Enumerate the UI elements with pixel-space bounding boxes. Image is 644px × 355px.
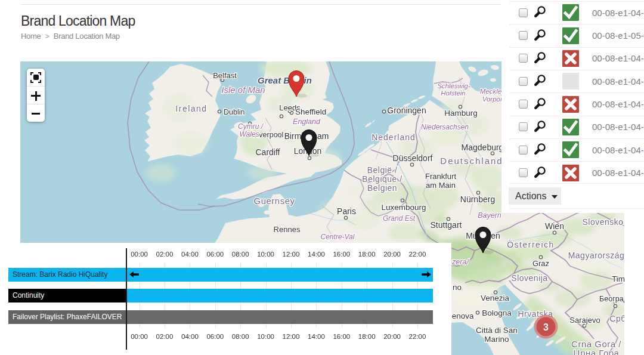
svg-text:Ireland: Ireland xyxy=(175,104,207,113)
svg-text:3: 3 xyxy=(543,322,549,332)
svg-text:Holstein: Holstein xyxy=(441,89,466,97)
svg-text:Magdeburg: Magdeburg xyxy=(462,143,504,152)
svg-text:am Main: am Main xyxy=(426,181,456,190)
svg-text:Centre-Val: Centre-Val xyxy=(321,233,355,241)
svg-text:Frankfurt: Frankfurt xyxy=(425,172,456,181)
svg-text:Österreich: Österreich xyxy=(507,239,555,249)
svg-text:Belgique /: Belgique / xyxy=(362,174,402,184)
svg-text:Belfast: Belfast xyxy=(213,71,237,80)
svg-text:Срб: Срб xyxy=(609,314,626,323)
svg-text:Nederland: Nederland xyxy=(371,132,416,142)
svg-text:zera/: zera/ xyxy=(451,258,469,266)
svg-text:Slovenija: Slovenija xyxy=(511,273,547,283)
svg-text:Sarajevo: Sarajevo xyxy=(569,316,600,325)
svg-text:Paris: Paris xyxy=(337,206,356,216)
svg-text:Marino: Marino xyxy=(484,335,509,344)
svg-text:Црна Гора: Црна Гора xyxy=(574,348,620,355)
svg-text:Magyarország: Magyarország xyxy=(568,251,625,260)
svg-text:Luxembourg: Luxembourg xyxy=(381,203,426,212)
svg-text:Cardiff: Cardiff xyxy=(256,147,280,157)
svg-text:België /: België / xyxy=(367,165,398,175)
svg-text:Isle of Man: Isle of Man xyxy=(221,85,265,95)
svg-text:Groningen: Groningen xyxy=(387,106,426,115)
svg-text:Cymru /: Cymru / xyxy=(238,122,264,131)
svg-text:Schleswig-: Schleswig- xyxy=(437,82,470,89)
svg-text:Città di San: Città di San xyxy=(476,326,518,335)
svg-text:Vorpon: Vorpon xyxy=(482,95,504,103)
svg-text:Dublin: Dublin xyxy=(224,108,244,116)
svg-text:Stuttgart: Stuttgart xyxy=(431,220,462,230)
svg-text:England: England xyxy=(293,118,321,126)
svg-text:Deutschland: Deutschland xyxy=(440,156,503,166)
svg-text:no: no xyxy=(453,283,462,292)
svg-text:Graz: Graz xyxy=(532,259,549,268)
svg-text:Hamburg: Hamburg xyxy=(444,109,478,118)
svg-text:Rennes: Rennes xyxy=(274,225,301,234)
svg-text:Venezia: Venezia xyxy=(481,294,510,302)
svg-text:Wales: Wales xyxy=(239,130,259,138)
svg-text:Grand Est: Grand Est xyxy=(383,214,416,223)
svg-text:Nürnberg: Nürnberg xyxy=(460,195,495,204)
svg-text:Guernsey: Guernsey xyxy=(253,196,295,206)
svg-text:Slovensko: Slovensko xyxy=(582,217,623,227)
svg-text:Niedersachsen: Niedersachsen xyxy=(421,123,469,131)
svg-text:Belgien: Belgien xyxy=(367,183,397,193)
svg-text:Bayern: Bayern xyxy=(478,211,501,220)
svg-text:Wien: Wien xyxy=(545,221,564,231)
svg-text:Sheffield: Sheffield xyxy=(295,107,326,116)
svg-text:Düsseldorf: Düsseldorf xyxy=(393,153,433,163)
svg-text:Bologna: Bologna xyxy=(482,308,512,317)
